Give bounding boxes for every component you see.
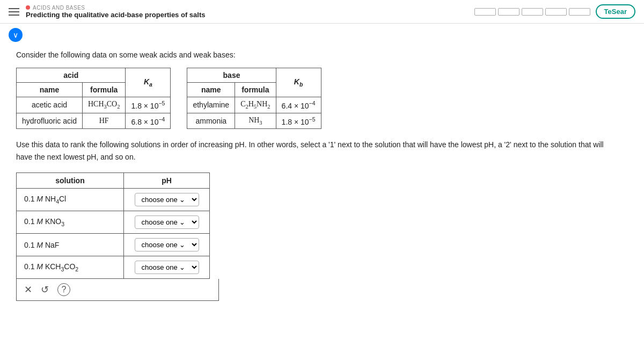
ph-cell-4: choose one ⌄ 1 2 3 4 [124,256,210,279]
expand-row: ∨ [0,24,644,46]
base-name-1: ethylamine [187,97,235,113]
ph-col-header: pH [124,173,210,189]
topic-category: ACIDS AND BASES [26,5,205,11]
instruction-text: Use this data to rank the following solu… [16,139,606,163]
base-row-1: ethylamine C2H5NH2 6.4 × 10−4 [187,97,321,113]
table-row: 0.1 M NH4Cl choose one ⌄ 1 2 3 4 [17,189,210,211]
acid-row-1: acetic acid HCH3CO2 1.8 × 10−5 [17,97,171,113]
base-name-2: ammonia [187,113,235,129]
acid-header: acid [17,68,126,83]
base-table: base Kb name formula ethylamine C2H5NH2 … [187,68,321,129]
progress-bar [474,8,590,16]
tables-wrapper: acid Ka name formula acetic acid HCH3CO2… [16,68,628,129]
ph-cell-1: choose one ⌄ 1 2 3 4 [124,189,210,211]
top-bar-left: ACIDS AND BASES Predicting the qualitati… [9,5,205,19]
solution-cell-2: 0.1 M KNO3 [17,211,124,234]
acid-formula-2: HF [82,113,126,129]
reset-button[interactable]: ↺ [41,284,49,296]
brand-button[interactable]: TeSear [596,4,635,19]
progress-seg-2 [498,8,519,16]
expand-button[interactable]: ∨ [9,28,23,42]
acid-ka-2: 6.8 × 10−4 [126,113,171,129]
top-bar-right: TeSear [474,4,635,19]
topic-title: Predicting the qualitative acid-base pro… [26,11,205,19]
help-button[interactable]: ? [57,283,70,296]
table-row: 0.1 M KNO3 choose one ⌄ 1 2 3 4 [17,211,210,234]
ph-cell-3: choose one ⌄ 1 2 3 4 [124,234,210,256]
base-header: base [187,68,276,83]
base-kb-2: 1.8 × 10−5 [276,113,321,129]
ph-select-1[interactable]: choose one ⌄ 1 2 3 4 [135,193,199,206]
progress-seg-3 [522,8,543,16]
base-row-2: ammonia NH3 1.8 × 10−5 [187,113,321,129]
progress-seg-4 [545,8,567,16]
ph-cell-2: choose one ⌄ 1 2 3 4 [124,211,210,234]
kb-header: Kb [276,68,321,97]
acid-name-1: acetic acid [17,97,83,113]
close-button[interactable]: ✕ [24,284,32,296]
solution-cell-3: 0.1 M NaF [17,234,124,256]
intro-text: Consider the following data on some weak… [16,51,628,59]
base-formula-1: C2H5NH2 [235,97,276,113]
acid-formula-header: formula [82,83,126,97]
category-dot [26,5,30,10]
solution-cell-4: 0.1 M KCH3CO2 [17,256,124,279]
hamburger-icon[interactable] [9,8,19,16]
acid-name-2: hydrofluoric acid [17,113,83,129]
ka-header: Ka [126,68,171,97]
table-row: 0.1 M NaF choose one ⌄ 1 2 3 4 [17,234,210,256]
base-kb-1: 6.4 × 10−4 [276,97,321,113]
ph-select-3[interactable]: choose one ⌄ 1 2 3 4 [135,238,199,251]
topic-info: ACIDS AND BASES Predicting the qualitati… [26,5,205,19]
base-formula-2: NH3 [235,113,276,129]
acid-row-2: hydrofluoric acid HF 6.8 × 10−4 [17,113,171,129]
solution-table: solution pH 0.1 M NH4Cl choose one ⌄ 1 2… [16,172,210,279]
acid-ka-1: 1.8 × 10−5 [126,97,171,113]
acid-table: acid Ka name formula acetic acid HCH3CO2… [16,68,171,129]
solution-col-header: solution [17,173,124,189]
acid-formula-1: HCH3CO2 [82,97,126,113]
progress-seg-5 [569,8,590,16]
ph-select-4[interactable]: choose one ⌄ 1 2 3 4 [135,261,199,274]
base-name-header: name [187,83,235,97]
content-area: Consider the following data on some weak… [0,46,644,320]
solution-cell-1: 0.1 M NH4Cl [17,189,124,211]
table-row: 0.1 M KCH3CO2 choose one ⌄ 1 2 3 4 [17,256,210,279]
category-label: ACIDS AND BASES [33,5,85,11]
top-bar: ACIDS AND BASES Predicting the qualitati… [0,0,644,24]
action-row: ✕ ↺ ? [16,279,219,301]
base-formula-header: formula [235,83,276,97]
progress-seg-1 [474,8,496,16]
acid-name-header: name [17,83,83,97]
solution-table-wrapper: solution pH 0.1 M NH4Cl choose one ⌄ 1 2… [16,172,628,301]
ph-select-2[interactable]: choose one ⌄ 1 2 3 4 [135,215,199,229]
